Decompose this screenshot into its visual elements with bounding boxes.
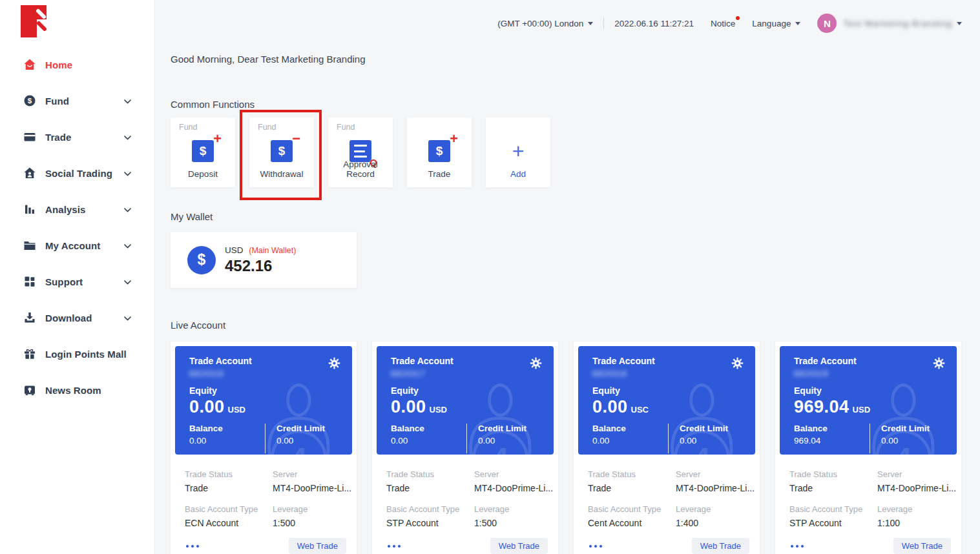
support-icon	[23, 275, 36, 288]
account-summary-panel: Trade Account 8824318 Equity 0.00USC Bal…	[578, 346, 755, 455]
account-type-label: Basic Account Type	[789, 504, 877, 514]
sidebar-item-label: Social Trading	[45, 168, 124, 179]
leverage-label: Leverage	[877, 504, 955, 514]
minus-badge-icon: −	[292, 132, 300, 146]
settings-gear-icon[interactable]	[530, 357, 542, 378]
sidebar-item-fund[interactable]: $ Fund	[0, 83, 154, 119]
more-options-icon[interactable]	[386, 545, 401, 548]
equity-currency: USC	[631, 405, 649, 415]
wallet-card[interactable]: $ USD (Main Wallet) 452.16	[171, 232, 357, 288]
live-account-card: Trade Account 8824316 Equity 0.00USD Bal…	[171, 342, 357, 554]
credit-limit-value: 0.00	[276, 436, 325, 446]
sidebar-item-my-account[interactable]: My Account	[0, 227, 154, 263]
account-summary-panel: Trade Account 8824319 Equity 969.04USD B…	[780, 346, 957, 455]
sidebar-item-news-room[interactable]: News Room	[0, 372, 154, 408]
greeting-text: Good Morning, Dear Test Marketing Brandi…	[171, 54, 366, 65]
plus-badge-icon: +	[213, 132, 222, 146]
server-value: MT4-DooPrime-Li...	[877, 483, 956, 493]
withdrawal-card[interactable]: Fund $− Withdrawal	[249, 118, 314, 187]
credit-limit-label: Credit Limit	[680, 424, 728, 433]
web-trade-button[interactable]: Web Trade	[692, 538, 749, 554]
sidebar-item-trade[interactable]: Trade	[0, 119, 154, 155]
svg-text:$: $	[28, 97, 32, 105]
equity-currency: USD	[430, 405, 447, 415]
deposit-card[interactable]: Fund $+ Deposit	[171, 118, 235, 187]
settings-gear-icon[interactable]	[731, 357, 744, 378]
wallet-currency: USD	[225, 245, 244, 255]
sidebar-item-label: News Room	[45, 385, 131, 396]
sidebar-item-social-trading[interactable]: Social Trading	[0, 155, 154, 191]
balance-label: Balance	[794, 424, 870, 433]
trade-status-label: Trade Status	[789, 469, 877, 479]
account-title: Trade Account	[794, 356, 857, 366]
credit-limit-value: 0.00	[881, 436, 930, 446]
web-trade-button[interactable]: Web Trade	[289, 538, 346, 554]
account-type-label: Basic Account Type	[588, 504, 676, 514]
chevron-down-icon	[124, 312, 131, 323]
card-label: Trade	[407, 169, 472, 179]
balance-label: Balance	[391, 424, 466, 433]
sidebar-nav: Home $ Fund Trade	[0, 46, 154, 408]
gift-icon	[23, 347, 36, 360]
timezone-selector[interactable]: (GMT +00:00) London	[497, 19, 593, 28]
user-menu[interactable]: Test Marketing Branding	[837, 19, 962, 28]
download-icon	[23, 311, 36, 324]
avatar[interactable]: N	[817, 14, 837, 33]
sidebar-item-analysis[interactable]: Analysis	[0, 191, 154, 227]
section-title-live-account: Live Account	[171, 320, 225, 331]
language-selector[interactable]: Language	[752, 19, 800, 28]
trade-status-value: Trade	[789, 483, 877, 493]
server-value: MT4-DooPrime-Li...	[676, 483, 755, 493]
card-category: Fund	[258, 123, 276, 132]
sidebar-item-login-points-mall[interactable]: Login Points Mall	[0, 336, 154, 372]
settings-gear-icon[interactable]	[328, 357, 340, 378]
notice-label: Notice	[711, 19, 735, 28]
account-number-masked: 8824316	[189, 369, 252, 378]
approval-record-card[interactable]: Fund Q Approval Record	[328, 118, 393, 187]
notice-button[interactable]: Notice	[711, 19, 735, 28]
common-functions-row: Fund $+ Deposit Fund $− Withdrawal Fund …	[171, 118, 550, 187]
trade-status-label: Trade Status	[386, 469, 474, 479]
home-icon	[23, 58, 36, 71]
web-trade-button[interactable]: Web Trade	[490, 538, 548, 554]
sidebar-item-label: Download	[45, 313, 124, 323]
add-function-card[interactable]: + Add	[486, 118, 550, 187]
sidebar-item-home[interactable]: Home	[0, 46, 154, 83]
notification-dot	[736, 16, 740, 20]
equity-label: Equity	[391, 385, 554, 396]
sidebar-item-label: Login Points Mall	[45, 349, 131, 360]
more-options-icon[interactable]	[185, 545, 199, 548]
live-account-card: Trade Account 8824317 Equity 0.00USD Bal…	[372, 342, 558, 554]
web-trade-button[interactable]: Web Trade	[893, 538, 951, 554]
chevron-down-icon	[124, 131, 131, 143]
equity-value: 969.04	[794, 397, 850, 416]
sidebar-item-support[interactable]: Support	[0, 263, 154, 300]
card-label: Approval Record	[328, 159, 393, 179]
equity-value: 0.00	[189, 397, 225, 416]
trade-card[interactable]: $+ Trade	[407, 118, 472, 187]
credit-limit-label: Credit Limit	[478, 424, 526, 433]
plus-icon: +	[512, 141, 525, 161]
credit-limit-label: Credit Limit	[276, 424, 325, 433]
dashboard-page: Home $ Fund Trade	[0, 0, 980, 554]
withdrawal-icon: $−	[271, 140, 293, 162]
live-account-card: Trade Account 8824319 Equity 969.04USD B…	[775, 342, 961, 554]
server-value: MT4-DooPrime-Li...	[474, 483, 553, 493]
caret-down-icon	[795, 22, 800, 25]
more-options-icon[interactable]	[789, 545, 804, 548]
trade-icon	[23, 130, 36, 143]
leverage-value: 1:100	[877, 518, 955, 528]
leverage-value: 1:500	[474, 518, 552, 528]
sidebar-item-label: Support	[45, 276, 124, 287]
balance-label: Balance	[592, 424, 668, 433]
more-options-icon[interactable]	[588, 545, 602, 548]
dollar-circle-icon: $	[187, 246, 216, 274]
account-number-masked: 8824319	[794, 369, 857, 378]
sidebar-item-download[interactable]: Download	[0, 300, 154, 336]
analysis-icon	[23, 203, 36, 216]
chevron-down-icon	[124, 167, 131, 179]
brand-logo-icon[interactable]	[21, 5, 49, 41]
trade-status-value: Trade	[185, 483, 273, 493]
avatar-initial: N	[824, 18, 831, 29]
settings-gear-icon[interactable]	[933, 357, 945, 378]
